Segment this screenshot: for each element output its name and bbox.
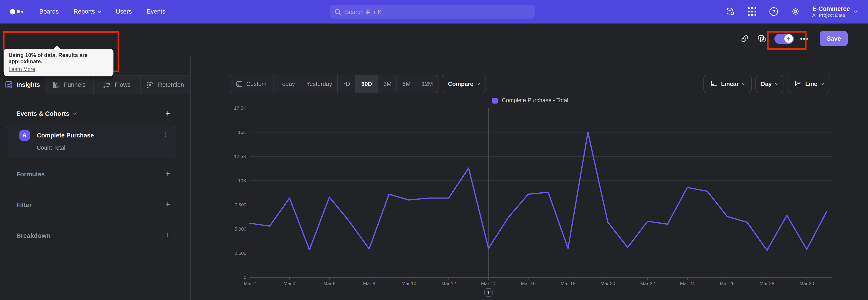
chevron-down-icon (73, 111, 76, 115)
query-builder-sidebar: Insights Funnels Flows (0, 55, 191, 300)
project-scope: All Project Data (812, 12, 850, 18)
toolbar-actions: ••• Save (740, 23, 868, 54)
scale-selector[interactable]: Linear (704, 74, 752, 93)
project-name: E-Commerce (812, 5, 850, 12)
report-toolbar: Untitled Sampled + Add description... (0, 23, 868, 54)
section-filter: Filter (16, 201, 32, 208)
svg-text:Mar 26: Mar 26 (720, 281, 735, 286)
lightning-icon (786, 36, 791, 42)
svg-text:?: ? (772, 9, 775, 15)
svg-text:1: 1 (487, 290, 490, 295)
event-name: Complete Purchase (37, 132, 94, 139)
svg-text:Mar 20: Mar 20 (600, 281, 615, 286)
chevron-down-icon (98, 9, 101, 13)
add-breakdown-button[interactable]: + (164, 231, 172, 239)
svg-text:Mar 12: Mar 12 (441, 281, 456, 286)
range-yesterday[interactable]: Yesterday (301, 75, 338, 93)
search-placeholder: Search ⌘ + K (345, 8, 382, 15)
flows-icon (103, 81, 111, 88)
svg-text:12.5K: 12.5K (234, 154, 246, 159)
chart-type-selector[interactable]: Line (788, 74, 830, 93)
range-3m[interactable]: 3M (378, 75, 397, 93)
nav-item-users[interactable]: Users (116, 8, 132, 15)
chart-legend[interactable]: Complete Purchase - Total (492, 97, 568, 103)
add-event-button[interactable]: + (164, 110, 172, 118)
svg-text:Mar 10: Mar 10 (401, 281, 416, 286)
tab-insights[interactable]: Insights (0, 75, 45, 94)
add-formula-button[interactable]: + (164, 170, 172, 178)
kebab-menu-icon[interactable]: ⋮ (162, 130, 168, 138)
mixpanel-insights-report: Boards Reports Users Events Search ⌘ + K (0, 0, 868, 300)
svg-text:7,500: 7,500 (235, 202, 246, 207)
chevron-down-icon (854, 9, 858, 13)
linear-axis-icon (710, 81, 717, 87)
range-today[interactable]: Today (274, 75, 301, 93)
svg-text:15K: 15K (238, 129, 246, 135)
event-row-complete-purchase[interactable]: A Complete Purchase Count Total ⋮ (6, 125, 176, 156)
copy-link-icon[interactable] (740, 34, 750, 44)
apps-grid-icon[interactable] (747, 7, 756, 17)
project-switcher[interactable]: E-Commerce All Project Data (812, 5, 857, 18)
nav-menu: Boards Reports Users Events (39, 8, 165, 15)
range-30d[interactable]: 30D (355, 75, 378, 93)
sampling-tooltip-message: Using 10% of data. Results are approxima… (8, 52, 108, 64)
compare-button[interactable]: Compare (442, 74, 486, 93)
svg-text:Mar 14: Mar 14 (481, 281, 496, 286)
nav-right-cluster: ? E-Commerce All Project Data (725, 0, 857, 23)
svg-text:Mar 22: Mar 22 (640, 281, 655, 286)
line-chart-icon (794, 81, 802, 87)
svg-text:2,500: 2,500 (235, 250, 246, 256)
data-management-icon[interactable] (725, 7, 735, 17)
interval-selector[interactable]: Day (755, 74, 783, 93)
search-input[interactable]: Search ⌘ + K (330, 5, 535, 19)
range-6m[interactable]: 6M (397, 75, 416, 93)
svg-text:10K: 10K (238, 178, 246, 183)
range-7d[interactable]: 7D (338, 75, 355, 93)
save-button[interactable]: Save (820, 31, 848, 46)
svg-text:Mar 28: Mar 28 (760, 281, 774, 286)
legend-label: Complete Purchase - Total (502, 97, 568, 103)
svg-text:Mar 16: Mar 16 (521, 281, 535, 286)
help-icon[interactable]: ? (769, 7, 778, 17)
svg-text:Mar 24: Mar 24 (680, 281, 695, 286)
more-options-button[interactable]: ••• (800, 35, 809, 43)
section-breakdown: Breakdown (16, 232, 51, 239)
settings-gear-icon[interactable] (790, 7, 800, 17)
range-custom[interactable]: Custom (229, 75, 274, 93)
toolbar-divider (814, 31, 814, 47)
funnels-icon (53, 81, 60, 88)
sampling-tooltip: Using 10% of data. Results are approxima… (4, 49, 114, 76)
calendar-icon (236, 81, 243, 87)
svg-text:5,000: 5,000 (235, 226, 246, 232)
svg-text:0: 0 (244, 275, 246, 280)
tab-flows[interactable]: Flows (93, 75, 140, 94)
svg-text:Mar 30: Mar 30 (799, 281, 814, 286)
nav-item-boards[interactable]: Boards (39, 8, 59, 15)
retention-icon (147, 81, 154, 88)
svg-text:Mar 4: Mar 4 (283, 281, 296, 286)
add-filter-button[interactable]: + (164, 201, 172, 209)
legend-swatch (492, 97, 498, 103)
nav-item-events[interactable]: Events (147, 8, 165, 15)
toggle-knob (784, 35, 793, 43)
svg-text:Mar 18: Mar 18 (561, 281, 575, 286)
tab-funnels[interactable]: Funnels (45, 75, 93, 94)
top-nav: Boards Reports Users Events Search ⌘ + K (0, 0, 868, 23)
insights-icon (5, 81, 12, 88)
svg-text:Mar 8: Mar 8 (363, 281, 375, 286)
event-metric[interactable]: Count Total (37, 145, 65, 151)
date-range-selector: Custom Today Yesterday 7D 30D 3M 6M 12M (229, 74, 438, 93)
svg-text:17.5K: 17.5K (234, 106, 246, 111)
svg-text:Mar 6: Mar 6 (323, 281, 336, 286)
tab-retention[interactable]: Retention (140, 75, 191, 94)
nav-item-reports[interactable]: Reports (74, 8, 101, 15)
svg-text:Mar 2: Mar 2 (244, 281, 256, 286)
range-12m[interactable]: 12M (416, 75, 438, 93)
events-cohorts-header[interactable]: Events & Cohorts (16, 110, 76, 117)
mixpanel-logo-icon[interactable] (10, 9, 23, 14)
learn-more-link[interactable]: Learn More (8, 66, 35, 72)
report-type-tabs: Insights Funnels Flows (0, 75, 191, 94)
query-boost-toggle[interactable] (774, 34, 794, 44)
duplicate-icon[interactable] (757, 34, 767, 44)
series-letter-badge: A (19, 130, 30, 140)
